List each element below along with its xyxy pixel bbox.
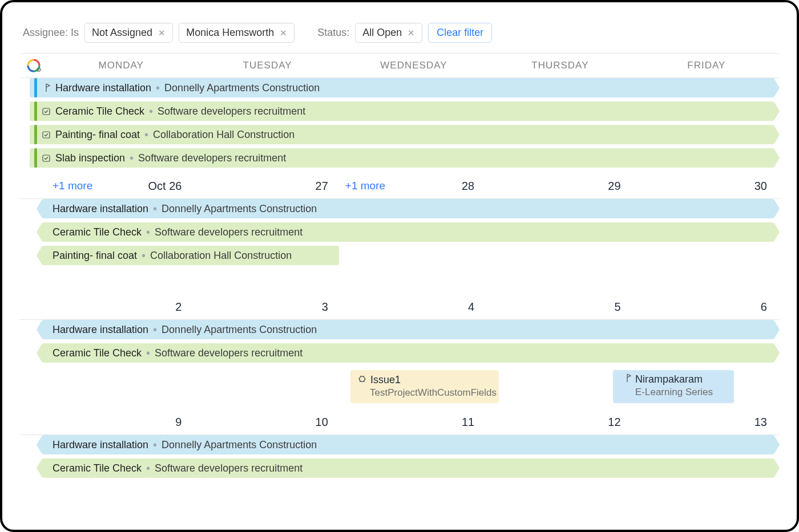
event-bar[interactable]: Ceramic Tile Check • Software developers…: [42, 343, 774, 363]
event-project: E-Learning Series: [623, 387, 713, 398]
date-number: 28: [462, 180, 474, 193]
date-number-row: 2 3 4 5 6: [19, 296, 780, 319]
event-title: Painting- final coat: [53, 250, 137, 262]
event-color-edge: [34, 78, 37, 98]
day-header-monday: MONDAY: [48, 54, 194, 78]
event-project: Software developers recruitment: [138, 152, 286, 164]
task-icon: [42, 153, 51, 163]
chip-label: Monica Hemsworth: [186, 27, 274, 39]
event-title: Slab inspection: [55, 152, 125, 164]
event-title: Ceramic Tile Check: [55, 105, 144, 117]
assignee-chip-monica[interactable]: Monica Hemsworth ✕: [179, 23, 294, 43]
event-title: Ceramic Tile Check: [53, 347, 142, 359]
event-bar[interactable]: Hardware installation • Donnelly Apartme…: [42, 320, 774, 339]
svg-rect-2: [43, 155, 50, 161]
more-events-link[interactable]: +1 more: [53, 180, 92, 193]
date-number: 29: [608, 180, 620, 193]
date-number: 6: [761, 300, 767, 314]
remove-chip-icon[interactable]: ✕: [158, 28, 166, 38]
date-number: 4: [468, 300, 474, 314]
date-number: 27: [316, 180, 328, 193]
date-number: 9: [175, 416, 181, 429]
chip-label: All Open: [362, 27, 402, 39]
remove-chip-icon[interactable]: ✕: [407, 28, 415, 38]
event-card[interactable]: Issue1 TestProjectWithCustomFields: [350, 370, 499, 403]
event-title: Nirampakaram: [635, 373, 703, 385]
event-bar[interactable]: Ceramic Tile Check • Software developers…: [42, 222, 774, 242]
event-title: Issue1: [370, 374, 401, 386]
more-events-link[interactable]: +1 more: [345, 180, 385, 193]
event-bar[interactable]: Ceramic Tile Check • Software developers…: [42, 458, 774, 478]
day-header-tuesday: TUESDAY: [194, 54, 340, 78]
event-title: Ceramic Tile Check: [53, 226, 142, 238]
date-number: 5: [614, 300, 620, 314]
event-color-edge: [34, 101, 37, 121]
event-title: Hardware installation: [53, 439, 148, 451]
event-title: Ceramic Tile Check: [53, 462, 142, 474]
chip-label: Not Assigned: [92, 27, 152, 39]
event-title: Painting- final coat: [55, 129, 140, 141]
task-icon: [42, 107, 51, 116]
event-bar[interactable]: Hardware installation • Donnelly Apartme…: [42, 435, 774, 454]
event-project: Collaboration Hall Construction: [150, 250, 292, 262]
event-title: Hardware installation: [53, 324, 148, 336]
event-bar[interactable]: Hardware installation • Donnelly Apartme…: [42, 199, 774, 218]
assignee-chip-not-assigned[interactable]: Not Assigned ✕: [84, 23, 173, 43]
event-card[interactable]: Nirampakaram E-Learning Series: [613, 370, 734, 403]
day-header-wednesday: WEDNESDAY: [341, 54, 487, 78]
calendar-body: Hardware installation • Donnelly Apartme…: [19, 78, 780, 486]
day-header-thursday: THURSDAY: [487, 54, 633, 78]
date-number: Oct 26: [148, 180, 181, 193]
filter-bar: Assignee: Is Not Assigned ✕ Monica Hemsw…: [19, 15, 780, 53]
date-number: 13: [754, 416, 767, 429]
event-project: Software developers recruitment: [155, 226, 302, 238]
assignee-filter-label: Assignee: Is: [23, 27, 79, 39]
event-project: Donnelly Apartments Construction: [164, 82, 320, 94]
bug-icon: [357, 373, 367, 386]
calendar-week-row: Hardware installation • Donnelly Apartme…: [19, 78, 780, 199]
svg-rect-1: [43, 132, 50, 138]
event-bar[interactable]: Painting- final coat • Collaboration Hal…: [42, 246, 339, 265]
status-chip-all-open[interactable]: All Open ✕: [355, 23, 422, 43]
event-bar[interactable]: Slab inspection • Software developers re…: [30, 148, 774, 168]
date-number: 10: [316, 416, 328, 429]
calendar-week-row: Hardware installation • Donnelly Apartme…: [19, 435, 780, 486]
event-title: Hardware installation: [55, 82, 151, 94]
milestone-icon: [623, 373, 632, 385]
calendar-week-row: Hardware installation • Donnelly Apartme…: [19, 320, 780, 435]
calendar-header-row: ⚙ MONDAY TUESDAY WEDNESDAY THURSDAY FRID…: [19, 53, 780, 78]
event-project: Software developers recruitment: [158, 105, 305, 117]
status-filter-label: Status:: [317, 27, 349, 39]
svg-rect-0: [43, 108, 50, 115]
event-project: Donnelly Apartments Construction: [162, 203, 317, 215]
event-project: Software developers recruitment: [155, 462, 302, 474]
date-number: 3: [322, 300, 328, 314]
date-number-row: 9 10 11 12 13: [19, 411, 780, 434]
event-color-edge: [613, 370, 616, 403]
event-bar[interactable]: Hardware installation • Donnelly Apartme…: [30, 78, 774, 98]
svg-point-3: [360, 376, 365, 382]
clear-filter-button[interactable]: Clear filter: [428, 23, 492, 43]
event-project: Donnelly Apartments Construction: [162, 439, 317, 451]
remove-chip-icon[interactable]: ✕: [280, 28, 287, 38]
date-number: 11: [462, 416, 474, 429]
event-color-edge: [34, 148, 37, 168]
calendar-week-row: Hardware installation • Donnelly Apartme…: [19, 199, 780, 320]
settings-icon[interactable]: ⚙: [19, 54, 48, 78]
event-project: TestProjectWithCustomFields: [357, 387, 497, 399]
day-header-friday: FRIDAY: [633, 54, 780, 78]
event-title: Hardware installation: [53, 203, 148, 215]
task-icon: [42, 130, 51, 139]
event-bar[interactable]: Painting- final coat • Collaboration Hal…: [30, 125, 774, 144]
date-number: 30: [754, 180, 767, 193]
date-number: 2: [175, 300, 181, 314]
event-project: Software developers recruitment: [155, 347, 302, 359]
milestone-icon: [42, 83, 51, 92]
date-number-row: +1 more Oct 26 27 +1 more 28 29 30: [19, 175, 780, 198]
event-project: Collaboration Hall Construction: [153, 129, 294, 141]
event-project: Donnelly Apartments Construction: [162, 324, 317, 336]
event-bar[interactable]: Ceramic Tile Check • Software developers…: [30, 101, 774, 121]
event-color-edge: [34, 125, 37, 144]
date-number: 12: [608, 416, 620, 429]
